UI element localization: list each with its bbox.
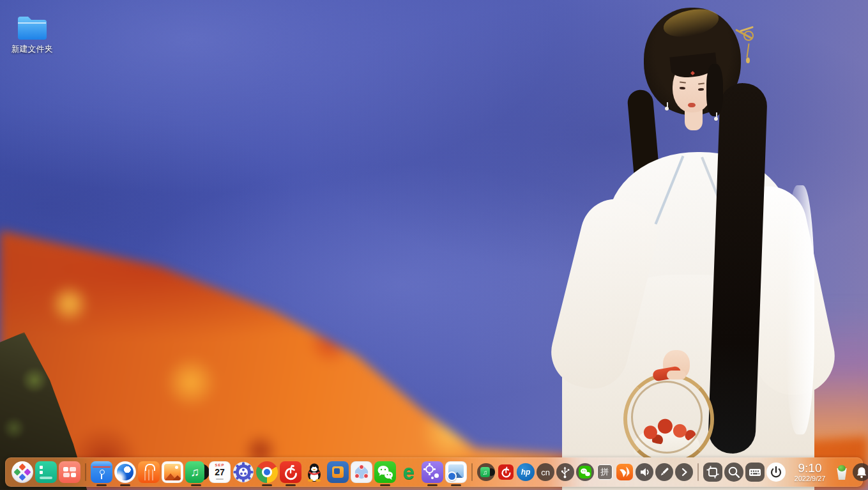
shape [363,473,369,479]
tray-volume[interactable] [636,463,653,481]
dock-item-window-switcher[interactable] [59,457,80,487]
crop-icon [703,463,722,482]
multitasking-view-icon [35,461,57,483]
shape [152,470,153,480]
qq-penguin-icon [303,461,325,483]
running-indicator [427,484,438,486]
dock-item-launcher[interactable] [11,457,33,487]
dock-item-qq[interactable] [303,457,325,487]
hairpin-drop [746,57,750,63]
treble-spiral-icon [280,461,301,483]
control-center-gear-icon [232,461,254,483]
music-note: ♫ [480,467,490,477]
shape [429,473,430,475]
running-indicator [380,484,390,486]
figure-eye [698,88,704,91]
figure-fingers [667,371,686,379]
dock-item-browser[interactable] [114,457,136,487]
dock-item-browser-360[interactable]: e [398,457,420,487]
tray-netease-music[interactable] [497,463,515,481]
usb-icon [556,463,574,481]
figure-lips [688,103,696,107]
pen-icon [655,463,673,481]
treble-spiral-icon [497,463,515,481]
folder-label: 新建文件夹 [8,43,56,55]
dock-item-photos[interactable] [162,457,183,487]
basket-inner-ring [631,381,703,454]
penguin-icon [303,461,325,483]
earring-pearl [714,117,718,121]
shape [354,473,360,479]
bell-icon [853,463,868,481]
tray-pinyin-ime[interactable]: 拼 [596,463,614,481]
dock-item-file-manager[interactable] [91,457,112,487]
music-icon: ♫ [185,461,207,483]
chrome-icon [256,461,278,483]
plugin-onscreen-keyboard[interactable] [745,463,765,482]
wechat-icon [374,461,396,483]
dock-item-image-viewer[interactable] [445,457,467,487]
power-icon [766,463,786,482]
tray-language-indicator[interactable]: cn [537,463,554,481]
clock-time: 9:10 [790,462,830,475]
shape [145,464,155,471]
earring-pearl [665,107,669,111]
shape [144,470,146,480]
shape [70,467,76,471]
dock-item-calendar[interactable]: SEP 27 [209,457,231,487]
browser-icon [114,461,136,483]
tray-hp[interactable]: hp [517,463,535,481]
photos-icon [162,461,183,483]
dock-item-device-tools[interactable] [422,457,443,487]
shape [59,461,80,483]
shape [63,473,70,477]
dock-item-multitasking-view[interactable] [35,457,57,487]
desktop-icon-new-folder[interactable]: 新建文件夹 [8,10,56,60]
shape [431,477,434,479]
plugin-power[interactable] [766,463,786,482]
plugin-grand-search[interactable] [724,463,743,482]
shape [423,468,425,470]
tray-usb[interactable] [556,463,574,481]
chat-bubbles-icon [576,463,594,481]
shape [359,464,364,470]
dock-item-netease-cloud-music[interactable] [280,457,301,487]
dock-clock[interactable]: 9:10 2022/9/27 [790,462,830,483]
dock-item-wechat[interactable] [374,457,396,487]
dock-item-nested-squares-app[interactable] [327,457,349,487]
shape [100,470,105,475]
green-e-icon: e [398,461,420,483]
shape [40,471,43,474]
tray-expand-chevron[interactable] [675,463,693,481]
chat-bubbles-icon [374,461,396,483]
search-icon [724,463,743,482]
dock-notification-center[interactable] [853,463,868,481]
dock-item-chrome[interactable] [256,457,278,487]
tray-thunder[interactable] [616,463,634,481]
shape [434,473,439,478]
language-label: cn [537,463,554,481]
plugin-clipboard-screenshot[interactable] [703,463,722,482]
shape [35,461,57,483]
dock-item-molecule-app[interactable] [351,457,372,487]
shape [171,475,181,480]
dock-separator [85,463,86,481]
dock-separator [697,463,699,481]
shape [262,467,272,477]
shape [264,469,270,475]
dock-item-music[interactable]: ♫ [185,457,207,487]
shape [434,468,436,470]
dock-item-app-store[interactable] [138,457,160,487]
tray-pen-tool[interactable] [655,463,673,481]
tray-wechat[interactable] [576,463,594,481]
calendar-icon: SEP 27 [209,461,231,483]
speaker-icon [636,463,653,481]
device-tools-icon [422,461,443,483]
shape [40,477,52,479]
shape [71,473,76,477]
dock-item-control-center[interactable] [232,457,254,487]
dock-trash[interactable] [833,463,851,481]
gear-icon [425,465,434,473]
shape [63,467,68,471]
tray-music[interactable]: ♫ [477,463,495,481]
